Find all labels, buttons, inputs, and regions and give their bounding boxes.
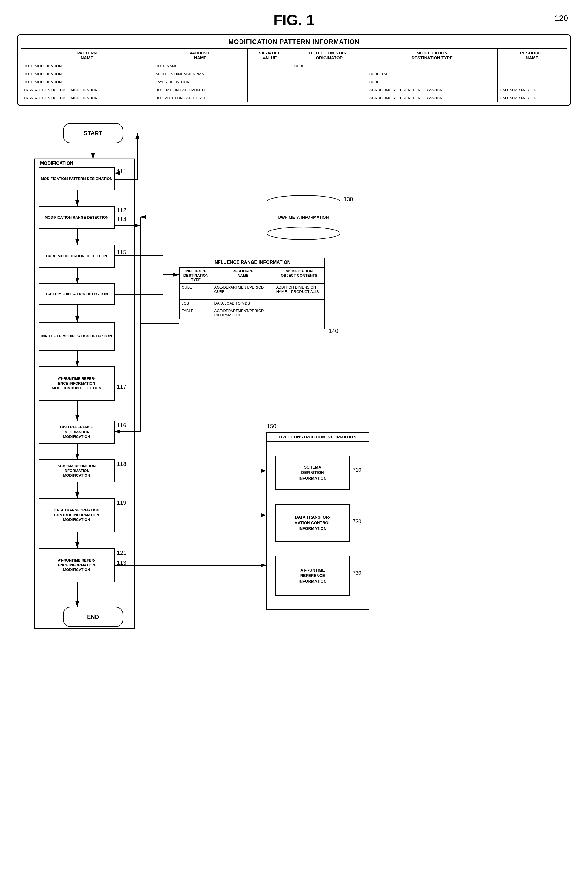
mpi-r1-varval (248, 62, 292, 70)
inf-col-resource: RESOURCENAME (212, 268, 274, 284)
mpi-col-varval: VARIABLEVALUE (248, 49, 292, 62)
ref-730: 730 (352, 570, 361, 576)
influence-range-box: INFLUENCE RANGE INFORMATION INFLUENCEDES… (179, 258, 325, 329)
mpi-r3-variable: LAYER DEFINITION (153, 78, 248, 86)
start-label: START (84, 129, 102, 137)
table-mod-label: TABLE MODIFICATION DETECTION (45, 292, 108, 297)
at-runtime-info-mod-label: AT-RUNTIME REFER-ENCE INFORMATIONMODIFIC… (58, 558, 95, 573)
data-trans-inner-box: DATA TRANSFOR-MATION CONTROLINFORMATION (275, 504, 350, 542)
dwh-construction-box: DWH CONSTRUCTION INFORMATION SCHEMADEFIN… (266, 432, 369, 610)
at-runtime-ref-inner-box: AT-RUNTIMEREFERENCEINFORMATION (275, 556, 350, 596)
ref-112: 112 (117, 207, 126, 214)
at-runtime-ref-inner-label: AT-RUNTIMEREFERENCEINFORMATION (298, 568, 327, 584)
mpi-r3-varval (248, 78, 292, 86)
mpi-r3-detection: – (292, 78, 367, 86)
mpi-r5-varval (248, 94, 292, 102)
cube-mod-label: CUBE MODIFICATION DETECTION (46, 254, 107, 259)
ref-111: 111 (117, 168, 126, 175)
ref-119: 119 (117, 499, 126, 506)
dwh-construction-title: DWH CONSTRUCTION INFORMATION (267, 433, 369, 442)
ref-710: 710 (352, 467, 361, 473)
inf-r1-resource: AGE/DEPARTMENT/PERIOD CUBE (212, 284, 274, 300)
dwh-ref-mod-box: DWH REFERENCEINFORMATIONMODIFICATION (39, 421, 114, 443)
mpi-r5-variable: DUE MONTH IN EACH YEAR (153, 94, 248, 102)
inf-r1-dest: CUBE (180, 284, 212, 300)
mpi-row-3: CUBE MODIFICATION LAYER DEFINITION – CUB… (21, 78, 567, 86)
mpi-r1-pattern: CUBE MODIFICATION (21, 62, 153, 70)
mod-range-box: MODIFICATION RANGE DETECTION (39, 206, 114, 229)
mpi-r4-varval (248, 86, 292, 94)
mpi-row-2: CUBE MODIFICATION ADDITION DIMENSION NAM… (21, 70, 567, 78)
inf-r1-contents: ADDITION DIMENSION NAME = PRODUCT AXIS, … (274, 284, 324, 300)
inf-col-contents: MODIFICATIONOBJECT CONTENTS (274, 268, 324, 284)
ref-720: 720 (352, 518, 361, 524)
mpi-col-detection: DETECTION STARTORIGINATOR (292, 49, 367, 62)
data-trans-mod-box: DATA TRANSFORMATIONCONTROL INFORMATIONMO… (39, 498, 114, 532)
schema-def-mod-label: SCHEMA DEFINITIONINFORMATIONMODIFICATION (57, 464, 96, 478)
inf-row-2: JOB DATA LOAD TO MDB (180, 300, 324, 307)
mpi-row-4: TRANSACTION DUE DATE MODIFICATION DUE DA… (21, 86, 567, 94)
inf-r3-resource: AGE/DEPARTMENT/PERIOD INFORMATION (212, 307, 274, 319)
mpi-r2-variable: ADDITION DIMENSION NAME (153, 70, 248, 78)
data-trans-mod-label: DATA TRANSFORMATIONCONTROL INFORMATIONMO… (54, 508, 100, 523)
modification-label: MODIFICATION (40, 161, 73, 166)
dwh-meta-label: DWH META INFORMATION (278, 215, 328, 220)
mod-pattern-label: MODIFICATION PATTERN DESIGNATION (40, 177, 112, 181)
mpi-r2-detection: – (292, 70, 367, 78)
mpi-r3-pattern: CUBE MODIFICATION (21, 78, 153, 86)
schema-def-inner-box: SCHEMADEFINITIONINFORMATION (275, 455, 350, 490)
at-runtime-info-mod-box: AT-RUNTIME REFER-ENCE INFORMATIONMODIFIC… (39, 548, 114, 583)
ref-150: 150 (267, 423, 276, 430)
mpi-col-moddest: MODIFICATIONDESTINATION TYPE (367, 49, 497, 62)
mpi-r1-variable: CUBE NAME (153, 62, 248, 70)
input-file-mod-box: INPUT FILE MODIFICATION DETECTION (39, 322, 114, 351)
mpi-r2-resource (497, 70, 567, 78)
mpi-col-variable: VARIABLENAME (153, 49, 248, 62)
inf-row-3: TABLE AGE/DEPARTMENT/PERIOD INFORMATION (180, 307, 324, 319)
mpi-r1-moddest: – (367, 62, 497, 70)
ref-113: 113 (117, 560, 126, 566)
mpi-r3-moddest: CUBE (367, 78, 497, 86)
cube-mod-box: CUBE MODIFICATION DETECTION (39, 245, 114, 268)
mpi-r4-pattern: TRANSACTION DUE DATE MODIFICATION (21, 86, 153, 94)
mod-range-label: MODIFICATION RANGE DETECTION (45, 215, 109, 220)
at-runtime-mod-label: AT-RUNTIME REFER-ENCE INFORMATIONMODIFIC… (52, 376, 101, 391)
ref-140: 140 (328, 328, 338, 334)
input-file-mod-label: INPUT FILE MODIFICATION DETECTION (41, 334, 112, 339)
mpi-r5-detection: – (292, 94, 367, 102)
mod-pattern-box: MODIFICATION PATTERN DESIGNATION (39, 168, 114, 190)
mpi-title: MODIFICATION PATTERN INFORMATION (21, 38, 567, 48)
ref-115: 115 (117, 249, 126, 256)
ref-114: 114 (117, 216, 126, 223)
diagram-area: START MODIFICATION MODIFICATION PATTERN … (17, 117, 571, 804)
inf-r3-dest: TABLE (180, 307, 212, 319)
mpi-r4-variable: DUE DATE IN EACH MONTH (153, 86, 248, 94)
mpi-row-1: CUBE MODIFICATION CUBE NAME CUBE – (21, 62, 567, 70)
mpi-r5-pattern: TRANSACTION DUE DATE MODIFICATION (21, 94, 153, 102)
mpi-r1-resource (497, 62, 567, 70)
inf-r2-resource: DATA LOAD TO MDB (212, 300, 274, 307)
mpi-r3-resource (497, 78, 567, 86)
at-runtime-mod-box: AT-RUNTIME REFER-ENCE INFORMATIONMODIFIC… (39, 366, 114, 401)
page-container: FIG. 1 120 MODIFICATION PATTERN INFORMAT… (0, 0, 588, 881)
ref-dwh-meta: 130 (344, 196, 353, 203)
ref-117: 117 (117, 384, 126, 390)
mpi-r4-moddest: AT-RUNTIME REFERENCE INFORMATION (367, 86, 497, 94)
table-mod-box: TABLE MODIFICATION DETECTION (39, 283, 114, 305)
end-label: END (87, 613, 99, 620)
inf-col-dest: INFLUENCEDESTINATION TYPE (180, 268, 212, 284)
ref-118: 118 (117, 461, 126, 467)
mpi-row-5: TRANSACTION DUE DATE MODIFICATION DUE MO… (21, 94, 567, 102)
mpi-r2-pattern: CUBE MODIFICATION (21, 70, 153, 78)
mpi-r1-detection: CUBE (292, 62, 367, 70)
mpi-section: MODIFICATION PATTERN INFORMATION PATTERN… (17, 34, 571, 106)
schema-def-mod-box: SCHEMA DEFINITIONINFORMATIONMODIFICATION (39, 459, 114, 482)
schema-def-inner-label: SCHEMADEFINITIONINFORMATION (298, 464, 327, 481)
influence-range-table: INFLUENCEDESTINATION TYPE RESOURCENAME M… (180, 267, 324, 319)
svg-point-42 (267, 227, 340, 240)
dwh-meta-cylinder: DWH META INFORMATION (266, 195, 340, 240)
dwh-ref-mod-label: DWH REFERENCEINFORMATIONMODIFICATION (60, 425, 93, 440)
mpi-r4-detection: – (292, 86, 367, 94)
inf-r2-dest: JOB (180, 300, 212, 307)
mpi-col-resource: RESOURCENAME (497, 49, 567, 62)
